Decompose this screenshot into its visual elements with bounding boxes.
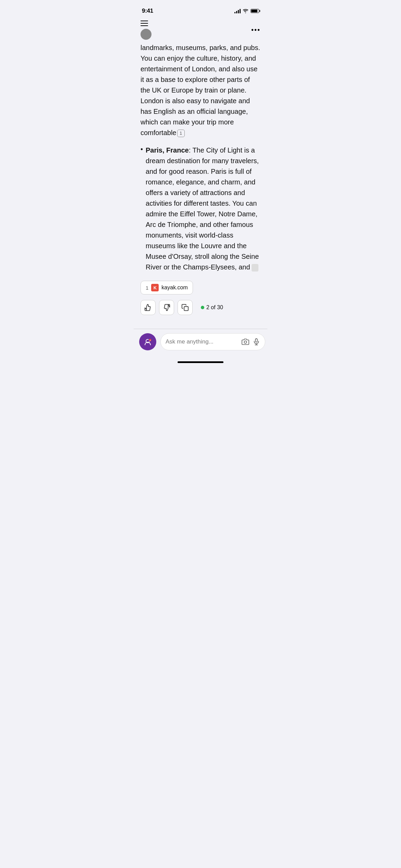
camera-button[interactable] [242, 338, 249, 346]
source-name-1: kayak.com [161, 285, 187, 291]
thumb-down-icon [163, 304, 170, 311]
mic-icon [253, 338, 260, 346]
more-options-button[interactable]: ••• [251, 26, 260, 34]
status-icons [234, 9, 259, 13]
nav-bar: ••• [134, 17, 267, 43]
wifi-icon [243, 9, 248, 13]
thumbs-up-button[interactable] [141, 300, 156, 315]
chat-avatar-icon: + [143, 337, 152, 346]
status-time: 9:41 [142, 8, 153, 14]
paris-bullet-item: • Paris, France: The City of Light is a … [141, 145, 260, 273]
content-area: landmarks, museums, parks, and pubs. You… [134, 43, 267, 321]
paris-label: Paris, France [146, 146, 189, 154]
progress-badge: 2 of 30 [196, 302, 228, 313]
bullet-symbol: • [141, 145, 143, 153]
input-area: + [134, 329, 267, 359]
input-pill[interactable] [160, 333, 265, 350]
loading-placeholder [252, 264, 258, 272]
copy-button[interactable] [178, 300, 193, 315]
svg-rect-0 [184, 306, 188, 311]
signal-icon [234, 9, 241, 13]
continuation-text: landmarks, museums, parks, and pubs. You… [141, 44, 260, 136]
paris-body: : The City of Light is a dream destinati… [146, 146, 259, 271]
paris-bullet-text: Paris, France: The City of Light is a dr… [146, 145, 260, 273]
user-avatar [141, 29, 151, 40]
continuation-paragraph: landmarks, museums, parks, and pubs. You… [141, 43, 260, 138]
svg-rect-5 [255, 339, 257, 342]
thumb-up-icon [144, 304, 152, 311]
progress-text: 2 of 30 [206, 304, 223, 311]
copy-icon [181, 304, 189, 311]
home-bar [178, 361, 223, 363]
thumbs-down-button[interactable] [159, 300, 174, 315]
citation-badge-1: 1 [177, 130, 185, 137]
source-number-1: 1 [146, 285, 148, 291]
svg-text:+: + [149, 339, 151, 341]
source-favicon-1: K [151, 284, 159, 291]
action-bar: 2 of 30 [141, 300, 260, 315]
hamburger-menu-button[interactable] [141, 21, 151, 26]
sources-section: 1 K kayak.com [141, 281, 260, 294]
camera-icon [242, 338, 249, 346]
chat-avatar-button[interactable]: + [139, 333, 156, 350]
battery-icon [251, 9, 259, 13]
status-bar: 9:41 [134, 0, 267, 17]
progress-dot [201, 306, 204, 309]
svg-point-4 [244, 341, 246, 343]
home-indicator [134, 359, 267, 364]
mic-button[interactable] [253, 338, 260, 346]
ask-input[interactable] [166, 338, 238, 345]
source-item-1[interactable]: 1 K kayak.com [141, 281, 193, 294]
